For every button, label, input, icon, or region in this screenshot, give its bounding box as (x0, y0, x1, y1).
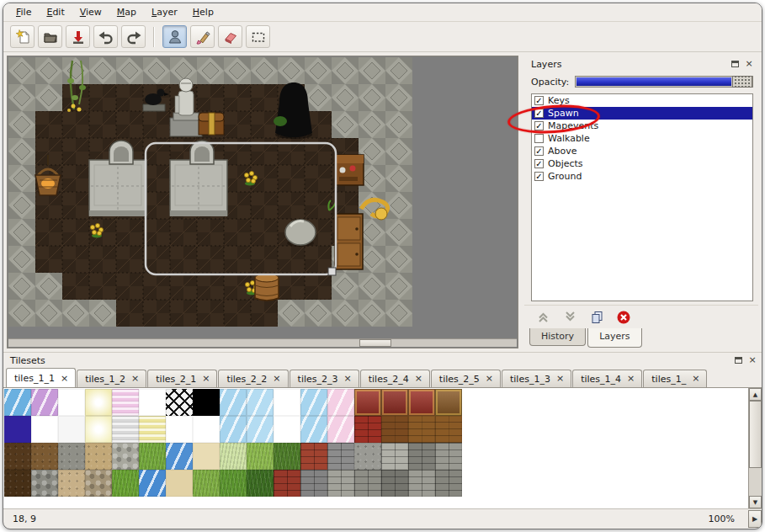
tile-2-6[interactable] (166, 443, 193, 470)
opacity-slider[interactable] (575, 76, 753, 88)
tile-2-15[interactable] (408, 443, 435, 470)
menu-help[interactable]: Help (185, 3, 221, 21)
tileset-tab-tiles_2_5[interactable]: tiles_2_5× (431, 370, 501, 387)
tab-scroll-right-button[interactable]: ▶ (748, 510, 762, 528)
tile-1-12[interactable] (327, 416, 354, 443)
layer-row-above[interactable]: ✓Above (532, 145, 752, 157)
tileset-tab-tiles_1_2[interactable]: tiles_1_2× (77, 370, 146, 387)
vscroll-thumb[interactable] (749, 401, 762, 468)
delete-layer-button[interactable] (614, 308, 634, 327)
tile-1-5[interactable] (139, 416, 166, 443)
tile-1-7[interactable] (193, 416, 220, 443)
menu-map[interactable]: Map (109, 3, 144, 21)
tile-1-11[interactable] (300, 416, 327, 443)
menu-view[interactable]: View (72, 3, 109, 21)
tile-3-16[interactable] (435, 470, 462, 497)
selection-resize-handle[interactable] (328, 268, 336, 275)
layer-visibility-checkbox[interactable]: ✓ (534, 96, 544, 105)
tile-1-1[interactable] (31, 416, 58, 443)
tileset-tab-tiles_1_4[interactable]: tiles_1_4× (572, 370, 642, 387)
hscroll-thumb[interactable] (359, 339, 391, 347)
tile-0-0[interactable] (4, 389, 31, 416)
tab-close-icon[interactable]: × (691, 375, 700, 383)
tile-1-10[interactable] (274, 416, 300, 443)
tab-close-icon[interactable]: × (414, 375, 423, 383)
tileset-tab-tiles_2_4[interactable]: tiles_2_4× (360, 370, 430, 387)
tile-3-5[interactable] (139, 470, 166, 497)
tile-2-3[interactable] (85, 443, 112, 470)
tile-0-16[interactable] (435, 389, 462, 416)
layer-row-ground[interactable]: ✓Ground (532, 170, 752, 183)
select-tool-button[interactable] (246, 25, 270, 48)
tile-0-12[interactable] (327, 389, 354, 416)
layer-visibility-checkbox[interactable]: ✓ (534, 172, 544, 181)
new-map-button[interactable] (10, 25, 35, 48)
tile-2-14[interactable] (381, 443, 408, 470)
tileset-tab-tiles_2_2[interactable]: tiles_2_2× (218, 370, 288, 387)
tile-1-14[interactable] (381, 416, 408, 443)
layers-list[interactable]: ✓Keys✓Spawn✓MapeventsWalkable✓Above✓Obje… (531, 93, 753, 301)
tile-0-1[interactable] (31, 389, 58, 416)
layer-visibility-checkbox[interactable]: ✓ (534, 109, 544, 118)
tile-0-11[interactable] (300, 389, 327, 416)
tile-3-14[interactable] (381, 470, 408, 497)
tab-close-icon[interactable]: × (272, 375, 281, 383)
open-map-button[interactable] (38, 25, 62, 48)
tile-3-1[interactable] (31, 470, 58, 497)
tile-0-8[interactable] (220, 389, 247, 416)
tile-1-3[interactable] (85, 416, 112, 443)
tile-1-4[interactable] (112, 416, 139, 443)
tile-0-7[interactable] (193, 389, 220, 416)
tile-2-10[interactable] (274, 443, 300, 470)
menu-edit[interactable]: Edit (39, 3, 72, 21)
tileset-tab-tiles_2_1[interactable]: tiles_2_1× (147, 370, 217, 387)
tile-3-0[interactable] (4, 470, 31, 497)
tile-0-5[interactable] (139, 389, 166, 416)
tile-2-0[interactable] (4, 443, 31, 470)
tile-2-11[interactable] (300, 443, 327, 470)
layer-visibility-checkbox[interactable]: ✓ (534, 159, 544, 168)
tile-2-9[interactable] (247, 443, 274, 470)
tile-0-10[interactable] (274, 389, 300, 416)
save-map-button[interactable] (66, 25, 90, 48)
tile-grid[interactable] (4, 389, 462, 497)
tile-1-0[interactable] (4, 416, 31, 443)
tileset-vertical-scrollbar[interactable]: ▲ ▼ (748, 388, 762, 508)
layer-row-objects[interactable]: ✓Objects (532, 157, 752, 170)
tile-0-15[interactable] (408, 389, 435, 416)
tile-3-4[interactable] (112, 470, 139, 497)
map-horizontal-scrollbar[interactable] (8, 338, 517, 347)
move-layer-up-button[interactable] (533, 308, 553, 327)
tile-3-13[interactable] (354, 470, 381, 497)
redo-button[interactable] (121, 25, 146, 48)
tab-close-icon[interactable]: × (555, 375, 565, 383)
panel-tab-history[interactable]: History (529, 328, 586, 346)
tab-close-icon[interactable]: × (201, 375, 210, 383)
layer-row-walkable[interactable]: Walkable (532, 132, 752, 145)
tile-2-7[interactable] (193, 443, 220, 470)
panel-tab-layers[interactable]: Layers (587, 328, 641, 348)
tile-1-6[interactable] (166, 416, 193, 443)
tile-2-13[interactable] (354, 443, 381, 470)
layer-visibility-checkbox[interactable]: ✓ (534, 146, 544, 156)
float-panel-icon[interactable] (729, 59, 741, 70)
tile-3-8[interactable] (220, 470, 247, 497)
eraser-tool-button[interactable] (218, 25, 242, 48)
vertical-splitter[interactable] (518, 56, 524, 348)
tileset-tab-tiles_1_3[interactable]: tiles_1_3× (502, 370, 571, 387)
tile-1-16[interactable] (435, 416, 462, 443)
tab-close-icon[interactable]: × (60, 375, 69, 383)
tileset-tab-tiles_1_1[interactable]: tiles_1_1× (6, 368, 76, 388)
tile-2-1[interactable] (31, 443, 58, 470)
tile-0-14[interactable] (381, 389, 408, 416)
tile-1-2[interactable] (58, 416, 85, 443)
tab-close-icon[interactable]: × (626, 375, 635, 383)
scroll-up-arrow[interactable]: ▲ (749, 388, 762, 401)
tile-1-13[interactable] (354, 416, 381, 443)
tile-3-12[interactable] (327, 470, 354, 497)
opacity-slider-handle[interactable] (732, 76, 752, 88)
move-layer-down-button[interactable] (560, 308, 580, 327)
map-viewport[interactable] (7, 56, 518, 348)
layer-visibility-checkbox[interactable] (534, 134, 544, 143)
layer-row-keys[interactable]: ✓Keys (532, 94, 752, 107)
